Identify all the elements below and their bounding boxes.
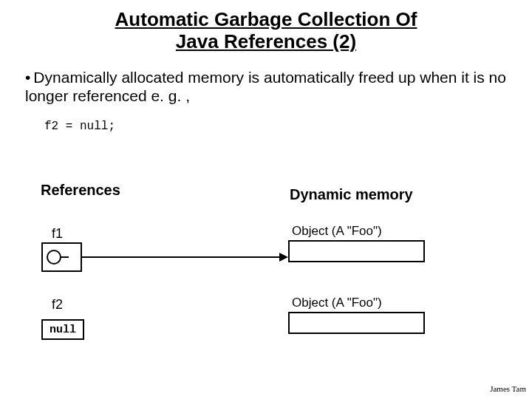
object2-label: Object (A "Foo") (292, 296, 382, 310)
dynamic-memory-heading: Dynamic memory (290, 186, 413, 203)
title-line-1: Automatic Garbage Collection Of (115, 8, 417, 30)
references-heading: References (41, 182, 120, 199)
object1-box (288, 240, 425, 262)
pointer-tick (61, 256, 69, 258)
pointer-arrow-line (82, 256, 279, 258)
object2-box (288, 312, 425, 334)
null-box: null (41, 319, 84, 340)
f1-label: f1 (52, 226, 63, 242)
title-line-2: Java References (2) (176, 30, 356, 52)
bullet-text: Dynamically allocated memory is automati… (25, 69, 506, 104)
f2-label: f2 (52, 297, 63, 313)
bullet-paragraph: •Dynamically allocated memory is automat… (25, 68, 510, 105)
null-text: null (50, 324, 76, 336)
pointer-arrow-head (279, 253, 288, 262)
bullet-dot: • (25, 68, 30, 86)
code-sample: f2 = null; (44, 120, 115, 133)
object1-label: Object (A "Foo") (292, 224, 382, 239)
slide-title: Automatic Garbage Collection Of Java Ref… (0, 9, 532, 53)
author-credit: James Tam (490, 384, 526, 393)
pointer-origin-circle (47, 250, 61, 265)
